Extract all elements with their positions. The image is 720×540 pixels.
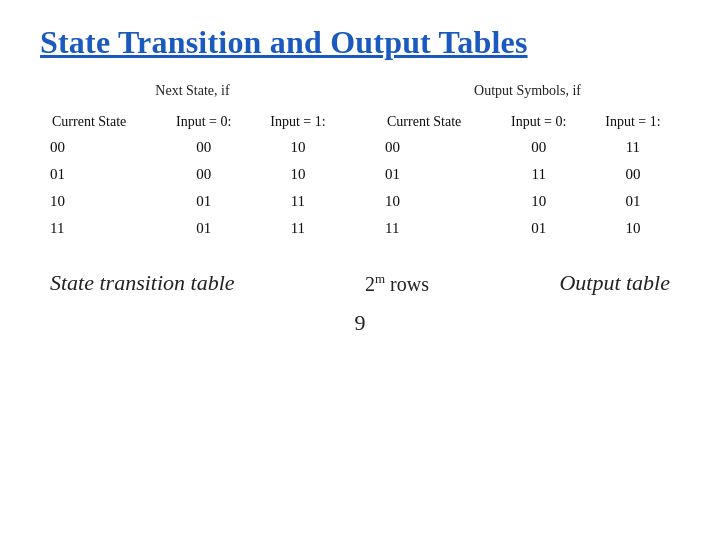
- table-row: 10 10 01: [375, 188, 680, 215]
- rows-number: 2: [365, 272, 375, 294]
- output-section: Output Symbols, if Current State Input =…: [375, 83, 680, 242]
- output-table-label: Output table: [559, 270, 670, 296]
- ot-row3-col1: 01: [492, 215, 586, 242]
- state-transition-section: Next State, if Current State Input = 0: …: [40, 83, 345, 242]
- st-row1-col0: 01: [40, 161, 157, 188]
- ot-row0-col1: 00: [492, 134, 586, 161]
- ot-row3-col2: 10: [586, 215, 680, 242]
- table-row: 01 00 10: [40, 161, 345, 188]
- state-transition-header-row: Current State Input = 0: Input = 1:: [40, 109, 345, 134]
- rows-exponent: m: [375, 271, 385, 286]
- st-row1-col1: 00: [157, 161, 251, 188]
- ot-row1-col0: 01: [375, 161, 492, 188]
- st-row3-col1: 01: [157, 215, 251, 242]
- ot-row0-col0: 00: [375, 134, 492, 161]
- ot-row2-col0: 10: [375, 188, 492, 215]
- ot-col-header-2: Input = 1:: [586, 109, 680, 134]
- table-row: 10 01 11: [40, 188, 345, 215]
- table-row: 00 00 10: [40, 134, 345, 161]
- st-row3-col2: 11: [251, 215, 345, 242]
- ot-col-header-0: Current State: [375, 109, 492, 134]
- table-row: 11 01 11: [40, 215, 345, 242]
- ot-row0-col2: 11: [586, 134, 680, 161]
- st-row2-col1: 01: [157, 188, 251, 215]
- st-col-header-0: Current State: [40, 109, 157, 134]
- output-header-row: Current State Input = 0: Input = 1:: [375, 109, 680, 134]
- state-transition-section-header: Next State, if: [40, 83, 345, 99]
- st-row0-col1: 00: [157, 134, 251, 161]
- st-row2-col0: 10: [40, 188, 157, 215]
- st-row3-col0: 11: [40, 215, 157, 242]
- ot-row3-col0: 11: [375, 215, 492, 242]
- table-row: 00 00 11: [375, 134, 680, 161]
- output-section-header: Output Symbols, if: [375, 83, 680, 99]
- st-col-header-2: Input = 1:: [251, 109, 345, 134]
- st-row0-col0: 00: [40, 134, 157, 161]
- state-transition-table: Current State Input = 0: Input = 1: 00 0…: [40, 109, 345, 242]
- ot-row2-col2: 01: [586, 188, 680, 215]
- page: State Transition and Output Tables Next …: [0, 0, 720, 540]
- bottom-row: State transition table 2m rows Output ta…: [40, 270, 680, 296]
- page-number: 9: [40, 310, 680, 336]
- table-row: 11 01 10: [375, 215, 680, 242]
- ot-col-header-1: Input = 0:: [492, 109, 586, 134]
- st-col-header-1: Input = 0:: [157, 109, 251, 134]
- st-row0-col2: 10: [251, 134, 345, 161]
- tables-container: Next State, if Current State Input = 0: …: [40, 83, 680, 242]
- rows-label: 2m rows: [235, 271, 560, 296]
- rows-text: rows: [385, 272, 429, 294]
- st-row1-col2: 10: [251, 161, 345, 188]
- state-transition-label: State transition table: [50, 270, 235, 296]
- table-row: 01 11 00: [375, 161, 680, 188]
- ot-row2-col1: 10: [492, 188, 586, 215]
- ot-row1-col1: 11: [492, 161, 586, 188]
- page-title: State Transition and Output Tables: [40, 24, 680, 61]
- ot-row1-col2: 00: [586, 161, 680, 188]
- st-row2-col2: 11: [251, 188, 345, 215]
- output-table: Current State Input = 0: Input = 1: 00 0…: [375, 109, 680, 242]
